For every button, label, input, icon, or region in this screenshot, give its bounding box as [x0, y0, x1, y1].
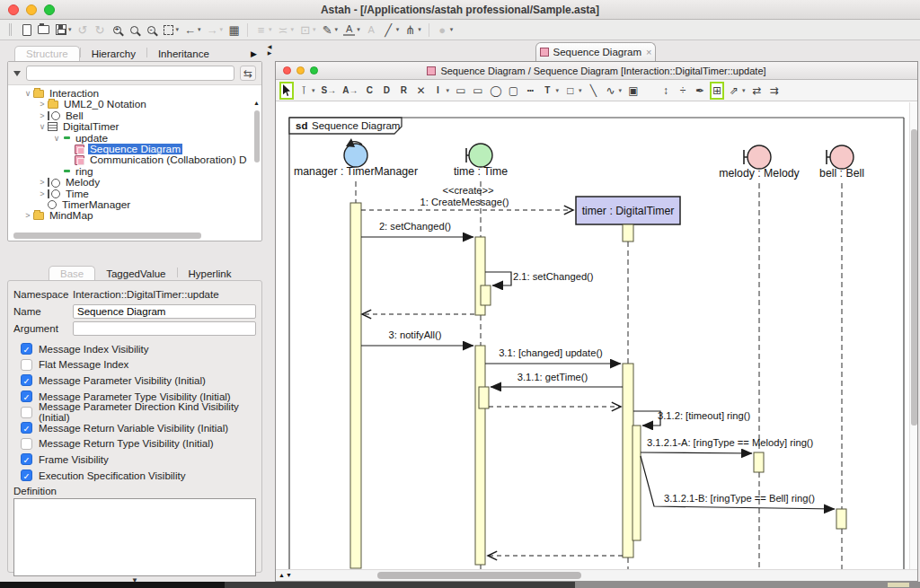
lifeline-manager[interactable]: manager : TimerManager: [294, 138, 418, 178]
duration-tool-caret[interactable]: ▾: [446, 87, 449, 94]
tree-row[interactable]: Communication (Collaboration) D: [8, 154, 261, 165]
minimize-diagram-button[interactable]: [296, 66, 305, 75]
tree-row[interactable]: > Bell: [8, 110, 261, 121]
zoom-in-button[interactable]: +: [111, 22, 123, 38]
tab-hyperlink[interactable]: Hyperlink: [178, 267, 243, 281]
duration-tool[interactable]: I: [432, 83, 443, 98]
hierarchy-tool-button[interactable]: ⋔: [404, 22, 416, 38]
checkbox-row[interactable]: Flat Message Index: [13, 357, 256, 373]
image-tool[interactable]: ▣: [628, 83, 639, 98]
checkbox-row[interactable]: ✓ Execution Specification Visibility: [13, 468, 256, 484]
horizontal-move-tool[interactable]: ⇉: [768, 83, 779, 98]
lifeline-tool-caret[interactable]: ▾: [312, 87, 315, 94]
lifeline-time[interactable]: time : Time: [454, 144, 508, 178]
message-label[interactable]: 3.1.2: [timeout] ring(): [658, 410, 750, 421]
line-tool[interactable]: ╲: [588, 83, 598, 98]
checkbox-checked[interactable]: ✓: [21, 422, 32, 434]
curve-tool-caret[interactable]: ▾: [618, 87, 622, 94]
new-document-button[interactable]: [21, 22, 32, 38]
zoom-diagram-button[interactable]: [310, 66, 318, 75]
expander-closed-icon[interactable]: >: [22, 210, 33, 221]
fit-view-caret[interactable]: ▾: [176, 26, 180, 33]
checkbox-row[interactable]: Message Return Type Visibility (Initial): [13, 436, 256, 452]
tab-structure[interactable]: Structure: [14, 46, 80, 61]
close-window-button[interactable]: [8, 4, 19, 15]
splitter-expand-right-icon[interactable]: ▶: [265, 50, 274, 57]
lifeline-tool[interactable]: ⊺: [298, 83, 309, 98]
tab-tagged-value[interactable]: TaggedValue: [95, 267, 176, 281]
select-tool[interactable]: [281, 83, 292, 98]
splitter-collapse-left-icon[interactable]: ◀: [265, 44, 274, 50]
diagram-tab[interactable]: Sequence Diagram ×: [535, 42, 656, 61]
scroll-up-icon[interactable]: ▲: [253, 100, 260, 106]
activation-melody[interactable]: [754, 452, 764, 472]
checkbox-checked[interactable]: ✓: [21, 343, 32, 355]
tree-row[interactable]: > Time: [8, 189, 261, 199]
zoom-out-button[interactable]: -: [146, 22, 157, 38]
hierarchy-tool-caret[interactable]: ▾: [418, 26, 421, 33]
message-3-1-2-1-A-ring[interactable]: [641, 452, 752, 453]
message-label[interactable]: 3.1.2.1-B: [ringType == Bell] ring(): [664, 493, 815, 504]
checkbox-row[interactable]: Message Parameter Direction Kind Visibil…: [13, 404, 256, 420]
horizontal-span-tool[interactable]: ⇄: [751, 83, 762, 98]
canvas-horizontal-scrollbar[interactable]: [377, 572, 581, 579]
checkbox-checked[interactable]: ✓: [21, 453, 32, 465]
navigate-back-caret[interactable]: ▾: [198, 26, 201, 33]
vertical-center-tool[interactable]: ↕: [660, 83, 671, 98]
tree-row[interactable]: ring: [8, 166, 261, 177]
ellipse-tool[interactable]: ◯: [490, 83, 501, 98]
note-tool[interactable]: ▢: [508, 83, 518, 98]
message-3-1-2-ring-self[interactable]: [633, 411, 660, 426]
scroll-up-down-icons[interactable]: ▲▼: [279, 572, 293, 578]
connector-tool[interactable]: ⇗: [729, 83, 739, 98]
save-menu-caret[interactable]: ▾: [68, 26, 72, 33]
tree-horizontal-scrollbar[interactable]: [10, 233, 251, 239]
stereotype-button[interactable]: ●: [437, 22, 448, 38]
toolbar-grip[interactable]: [9, 23, 12, 36]
checkbox-unchecked[interactable]: [21, 407, 32, 418]
name-field[interactable]: [73, 304, 256, 319]
reply-message-tool[interactable]: R: [398, 83, 409, 98]
text-tool-caret[interactable]: ▾: [555, 87, 559, 94]
group-button[interactable]: ⊡: [299, 22, 311, 38]
open-button[interactable]: [38, 22, 49, 38]
checkbox-checked[interactable]: ✓: [21, 374, 32, 386]
rect-tool-caret[interactable]: ▾: [579, 87, 582, 94]
activation-time-2[interactable]: [475, 346, 485, 565]
checkbox-checked[interactable]: ✓: [21, 470, 32, 481]
checkbox-row[interactable]: ✓ Message Index Visibility: [13, 341, 256, 357]
expander-open-icon[interactable]: ∨: [37, 121, 48, 132]
dashed-line-tool[interactable]: ┅: [525, 83, 535, 98]
lifeline-bell[interactable]: bell : Bell: [819, 145, 864, 180]
activation-bell[interactable]: [836, 509, 846, 529]
checkbox-row[interactable]: ✓ Message Return Variable Visibility (In…: [13, 420, 256, 436]
navigate-forward-caret[interactable]: ▾: [220, 26, 224, 33]
distribute-button[interactable]: ≍: [278, 22, 289, 38]
tree-filter-input[interactable]: [26, 66, 234, 81]
message-label[interactable]: 2: setChanged(): [379, 221, 451, 232]
checkbox-row[interactable]: ✓ Frame Visibility: [13, 452, 256, 468]
checkbox-unchecked[interactable]: [21, 438, 32, 450]
tab-base[interactable]: Base: [49, 266, 95, 281]
create-message-tool[interactable]: C: [364, 83, 375, 98]
async-message-tool[interactable]: A→: [342, 83, 358, 98]
sync-message-tool[interactable]: S→: [322, 83, 337, 98]
lifeline-timer[interactable]: timer : DigitalTimer: [576, 197, 680, 224]
lifeline-melody[interactable]: melody : Melody: [719, 145, 800, 180]
sort-toggle-icon[interactable]: ⇆: [240, 66, 256, 81]
activation-manager[interactable]: [350, 203, 361, 568]
destroy-message-tool[interactable]: D: [381, 83, 392, 98]
tree-row[interactable]: TimerManager: [8, 199, 261, 210]
grid-plus-tool[interactable]: ⊞: [712, 83, 722, 98]
zoom-normal-button[interactable]: [128, 22, 140, 38]
message-label[interactable]: 3.1.2.1-A: [ringType == Melody] ring(): [647, 437, 814, 448]
font-color-button[interactable]: A: [343, 23, 355, 36]
message-label[interactable]: 2.1: setChanged(): [513, 271, 594, 282]
checkbox-checked[interactable]: ✓: [21, 391, 32, 402]
tree-row[interactable]: > UML2_0 Notation: [8, 99, 261, 110]
checkbox-unchecked[interactable]: [21, 359, 32, 371]
tree-row[interactable]: > MindMap: [8, 210, 261, 221]
pen-style-button[interactable]: ✎: [322, 22, 333, 38]
combined-fragment-tool[interactable]: ▭: [456, 83, 466, 98]
more-tabs-button[interactable]: ▶: [251, 49, 257, 61]
